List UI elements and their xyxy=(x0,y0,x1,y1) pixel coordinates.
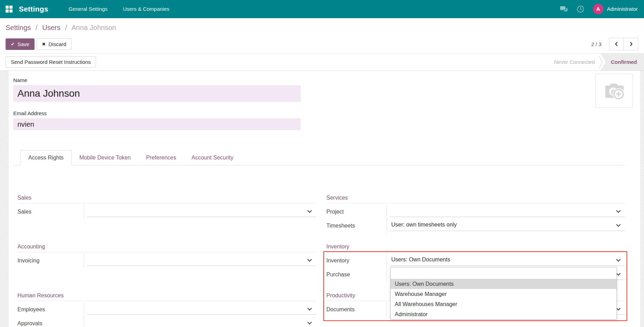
user-menu[interactable]: A Administrator xyxy=(593,4,638,14)
tab-access-rights[interactable]: Access Rights xyxy=(20,150,72,165)
email-label: Email Address xyxy=(13,110,625,116)
invoicing-select[interactable] xyxy=(84,254,316,268)
chevron-down-icon xyxy=(307,257,312,262)
chevron-down-icon xyxy=(616,271,621,276)
field-row-invoicing: Invoicing xyxy=(17,254,316,268)
sales-select[interactable] xyxy=(84,205,316,219)
employees-label: Employees xyxy=(17,303,84,317)
top-navbar: Settings General Settings Users & Compan… xyxy=(0,0,644,18)
record-pager: 2 / 3 xyxy=(591,38,638,50)
name-label: Name xyxy=(13,77,625,83)
breadcrumb-separator: / xyxy=(65,24,67,31)
notebook-tabs: Access Rights Mobile Device Token Prefer… xyxy=(13,150,625,165)
group-services: Services Project Timesheets xyxy=(327,195,625,244)
project-select[interactable] xyxy=(387,205,625,219)
chevron-down-icon xyxy=(616,222,621,227)
control-panel-breadcrumb-row: Settings / Users / Anna Johnson xyxy=(0,18,644,35)
group-sales: Sales Sales xyxy=(17,195,316,244)
chevron-down-icon xyxy=(616,306,621,311)
invoicing-label: Invoicing xyxy=(17,254,84,268)
user-name: Administrator xyxy=(607,6,638,12)
field-row-sales: Sales xyxy=(17,205,316,219)
breadcrumb: Settings / Users / Anna Johnson xyxy=(6,24,116,32)
group-title-accounting: Accounting xyxy=(17,244,316,252)
pager-next-button[interactable] xyxy=(624,38,638,50)
inventory-dropdown-list: Users: Own Documents Warehouse Manager A… xyxy=(390,267,617,320)
group-title-human-resources: Human Resources xyxy=(17,292,316,301)
chevron-down-icon xyxy=(307,320,312,325)
save-label: Save xyxy=(17,41,29,47)
chevron-down-icon xyxy=(307,208,312,213)
access-rights-content: Sales Sales Accounting xyxy=(13,165,625,327)
form-statusbar: Send Password Reset Instructions Never C… xyxy=(0,53,644,71)
control-panel-actions-row: ✔ Save ✖ Discard 2 / 3 xyxy=(0,35,644,53)
dropdown-option-administrator[interactable]: Administrator xyxy=(391,309,617,319)
dropdown-option-warehouse-manager[interactable]: Warehouse Manager xyxy=(391,289,617,299)
breadcrumb-current: Anna Johnson xyxy=(72,24,116,31)
approvals-select[interactable] xyxy=(84,317,316,327)
group-accounting: Accounting Invoicing xyxy=(17,244,316,292)
right-column: Services Project Timesheets xyxy=(327,195,625,327)
user-avatar: A xyxy=(593,4,604,14)
name-input[interactable] xyxy=(13,85,301,102)
discard-button[interactable]: ✖ Discard xyxy=(37,38,72,50)
documents-label: Documents xyxy=(327,303,387,317)
cross-icon: ✖ xyxy=(42,42,46,47)
breadcrumb-separator: / xyxy=(36,24,38,31)
dropdown-option-all-warehouses-manager[interactable]: All Warehouses Manager xyxy=(391,299,617,309)
employees-select[interactable] xyxy=(84,303,316,317)
group-title-services: Services xyxy=(327,195,625,203)
dropdown-option-users-own-documents[interactable]: Users: Own Documents xyxy=(391,279,617,289)
field-row-timesheets: Timesheets User: own timesheets only xyxy=(327,219,625,233)
timesheets-select[interactable]: User: own timesheets only xyxy=(387,219,625,233)
pager-previous-button[interactable] xyxy=(609,38,624,50)
camera-plus-icon xyxy=(602,79,626,103)
form-background: Name Email Address Access Rights Mobile … xyxy=(0,71,644,327)
group-human-resources: Human Resources Employees Approvals xyxy=(17,292,316,327)
purchase-label: Purchase xyxy=(327,268,387,282)
tab-account-security[interactable]: Account Security xyxy=(184,150,241,165)
app-title[interactable]: Settings xyxy=(19,5,48,13)
breadcrumb-users[interactable]: Users xyxy=(42,24,60,31)
apps-grid-icon[interactable] xyxy=(6,6,13,13)
activity-clock-icon[interactable] xyxy=(576,5,585,13)
chevron-down-icon xyxy=(616,208,621,213)
field-row-project: Project xyxy=(327,205,625,219)
menu-general-settings[interactable]: General Settings xyxy=(68,4,108,14)
messages-icon[interactable] xyxy=(560,5,568,13)
discard-label: Discard xyxy=(48,41,66,47)
photo-upload-placeholder[interactable] xyxy=(595,74,633,108)
field-row-employees: Employees xyxy=(17,303,316,317)
form-sheet: Name Email Address Access Rights Mobile … xyxy=(9,71,640,327)
group-inventory: Inventory Inventory Users: Own Documents… xyxy=(327,244,625,292)
check-icon: ✔ xyxy=(11,42,15,47)
tab-mobile-device-token[interactable]: Mobile Device Token xyxy=(72,150,138,165)
approvals-label: Approvals xyxy=(17,317,84,327)
timesheets-label: Timesheets xyxy=(327,219,387,233)
email-input[interactable] xyxy=(13,118,301,130)
inventory-select[interactable]: Users: Own Documents xyxy=(387,254,625,268)
tab-preferences[interactable]: Preferences xyxy=(138,150,184,165)
send-password-reset-button[interactable]: Send Password Reset Instructions xyxy=(6,56,96,68)
menu-users-companies[interactable]: Users & Companies xyxy=(122,4,170,14)
left-column: Sales Sales Accounting xyxy=(17,195,316,327)
project-label: Project xyxy=(327,205,387,219)
status-confirmed[interactable]: Confirmed xyxy=(600,53,644,70)
main-menu: General Settings Users & Companies xyxy=(68,4,170,14)
dropdown-option-blank[interactable] xyxy=(391,267,617,279)
group-title-inventory: Inventory xyxy=(327,244,625,252)
field-row-inventory: Inventory Users: Own Documents xyxy=(327,254,625,268)
pager-count: 2 / 3 xyxy=(591,41,601,47)
group-title-sales: Sales xyxy=(17,195,316,203)
breadcrumb-settings[interactable]: Settings xyxy=(6,24,31,31)
chevron-down-icon xyxy=(616,257,621,262)
inventory-label: Inventory xyxy=(327,254,387,268)
sales-label: Sales xyxy=(17,205,84,219)
field-row-approvals: Approvals xyxy=(17,317,316,327)
save-button[interactable]: ✔ Save xyxy=(6,38,35,50)
chevron-down-icon xyxy=(307,306,312,311)
status-never-connected[interactable]: Never Connected xyxy=(554,53,598,70)
